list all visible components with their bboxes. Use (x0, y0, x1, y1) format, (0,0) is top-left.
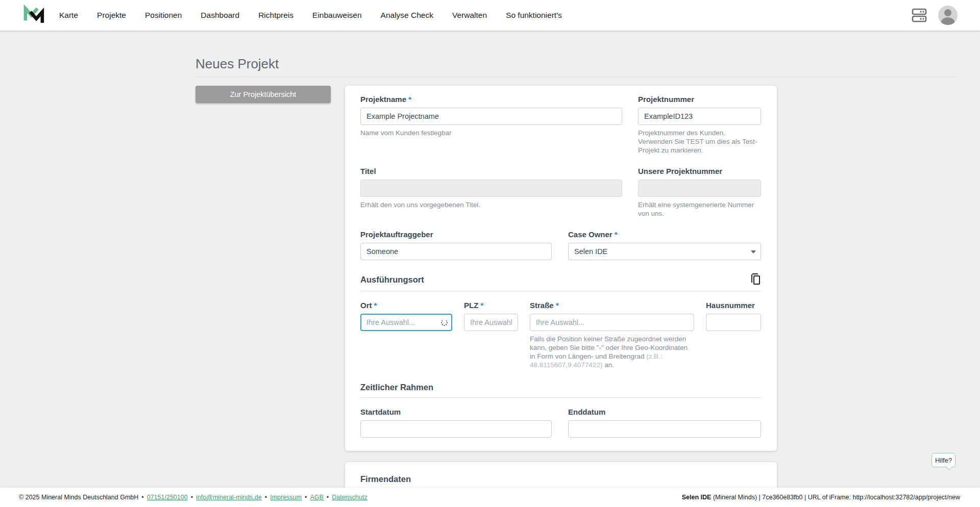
nav-item-positionen[interactable]: Positionen (145, 11, 182, 20)
strasse-label: Straße (530, 301, 554, 310)
plz-label: PLZ (464, 301, 478, 310)
footer-link-email[interactable]: info@mineral-minds.de (196, 494, 262, 501)
user-avatar[interactable] (938, 6, 958, 25)
caret-down-icon (751, 250, 756, 253)
unsere-projektnummer-input (638, 180, 761, 197)
server-icon[interactable] (912, 7, 927, 23)
ort-input[interactable] (360, 314, 452, 331)
firmendaten-card: Firmendaten (345, 462, 777, 488)
startdatum-label: Startdatum (360, 408, 552, 416)
hausnummer-input[interactable] (706, 314, 761, 331)
section-title-ausfuehrungsort: Ausführungsort (360, 275, 424, 285)
avatar-person-icon (944, 9, 951, 16)
projektauftraggeber-label: Projektauftraggeber (360, 230, 552, 239)
titel-input (360, 180, 622, 197)
session-user: Selen IDE (682, 494, 712, 501)
enddatum-label: Enddatum (568, 408, 761, 416)
back-to-project-overview-button[interactable]: Zur Projektübersicht (195, 86, 331, 103)
brand-logo[interactable] (22, 5, 45, 26)
titel-hint: Erhält den von uns vorgegebenen Titel. (360, 200, 622, 209)
ort-label: Ort (360, 301, 372, 310)
nav-item-so-funktionierts[interactable]: So funktioniert's (506, 11, 562, 20)
help-button[interactable]: Hilfe? (932, 453, 955, 467)
projektnummer-label: Projektnummer (638, 95, 761, 104)
startdatum-input[interactable] (360, 420, 552, 438)
projektauftraggeber-input[interactable] (360, 243, 552, 260)
nav-item-dashboard[interactable]: Dashboard (201, 11, 239, 20)
footer-link-impressum[interactable]: Impressum (270, 494, 302, 501)
session-details: (Mineral Minds) | 7ce360e83fb0 | URL of … (711, 494, 960, 501)
nav-item-richtpreis[interactable]: Richtpreis (258, 11, 293, 20)
strasse-input[interactable] (530, 314, 694, 331)
case-owner-select[interactable]: Selen IDE (568, 243, 761, 260)
unsere-projektnummer-label: Unsere Projektnummer (638, 167, 761, 175)
hausnummer-label: Hausnummer (706, 301, 761, 310)
case-owner-label: Case Owner (568, 230, 612, 239)
nav-item-analyse-check[interactable]: Analyse Check (381, 11, 433, 20)
projektnummer-hint: Projektnummer des Kunden. Verwenden Sie … (638, 129, 761, 155)
projektname-hint: Name vom Kunden festlegbar (360, 129, 622, 137)
footer: © 2025 Mineral Minds Deutschland GmbH•07… (0, 488, 980, 507)
footer-link-datenschutz[interactable]: Datenschutz (332, 494, 367, 501)
copyright-text: © 2025 Mineral Minds Deutschland GmbH (19, 494, 138, 501)
footer-left: © 2025 Mineral Minds Deutschland GmbH•07… (19, 494, 368, 501)
footer-link-phone[interactable]: 07151/250100 (147, 494, 188, 501)
required-asterisk: * (480, 301, 483, 310)
unsere-projektnummer-hint: Erhält eine systemgenerierte Nummer von … (638, 200, 761, 218)
projektname-input[interactable] (360, 108, 622, 125)
required-asterisk: * (615, 230, 618, 239)
footer-link-agb[interactable]: AGB (310, 494, 323, 501)
section-title-firmendaten: Firmendaten (360, 474, 411, 484)
case-owner-selected-value: Selen IDE (574, 247, 607, 256)
main-content: Neues Projekt Zur Projektübersicht Proje… (0, 31, 980, 488)
nav-item-karte[interactable]: Karte (59, 11, 78, 20)
nav-item-einbauweisen[interactable]: Einbauweisen (312, 11, 362, 20)
enddatum-input[interactable] (568, 420, 761, 438)
required-asterisk: * (556, 301, 559, 310)
mineral-minds-logo-icon (22, 5, 45, 26)
nav-item-projekte[interactable]: Projekte (97, 11, 126, 20)
nav-item-verwalten[interactable]: Verwalten (452, 11, 487, 20)
plz-input[interactable] (464, 314, 518, 331)
projektnummer-input[interactable] (638, 108, 761, 125)
required-asterisk: * (374, 301, 377, 310)
required-asterisk: * (408, 95, 411, 104)
project-form-card: Projektname* Name vom Kunden festlegbar … (345, 86, 777, 451)
titel-label: Titel (360, 167, 622, 175)
loading-spinner-icon (441, 319, 448, 326)
strasse-hint: Falls die Position keiner Straße zugeord… (530, 335, 694, 369)
main-nav: Karte Projekte Positionen Dashboard Rich… (59, 11, 562, 20)
top-navbar: Karte Projekte Positionen Dashboard Rich… (0, 0, 980, 31)
projektname-label: Projektname (360, 95, 406, 104)
copy-location-button[interactable] (750, 273, 761, 286)
page-title: Neues Projekt (195, 56, 956, 77)
copy-icon (750, 273, 761, 286)
section-title-zeitlicher-rahmen: Zeitlicher Rahmen (360, 383, 433, 392)
session-info: Selen IDE (Mineral Minds) | 7ce360e83fb0… (682, 494, 960, 501)
